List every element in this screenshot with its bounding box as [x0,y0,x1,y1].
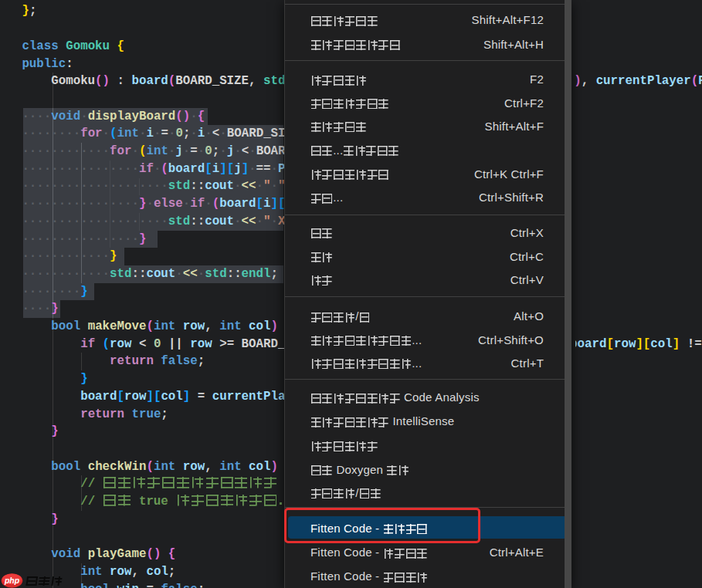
svg-text:php: php [4,576,20,585]
